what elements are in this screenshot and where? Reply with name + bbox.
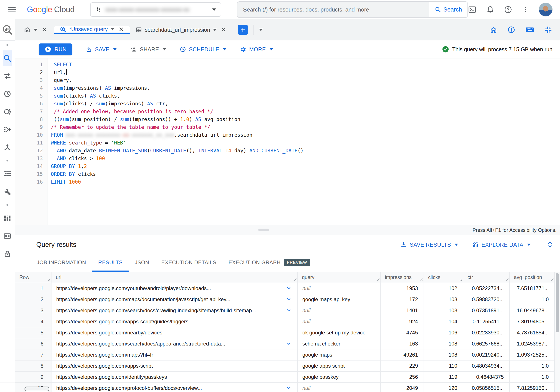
keyboard-shortcuts-icon[interactable] <box>525 25 534 34</box>
save-button[interactable]: SAVE <box>86 46 116 53</box>
code-line-7[interactable]: /* Added one below, because position is … <box>51 108 560 115</box>
expand-row-chevron-icon[interactable] <box>286 296 292 302</box>
sql-token: clicks <box>75 171 96 177</box>
save-results-button[interactable]: SAVE RESULTS <box>400 241 458 248</box>
results-tab-execution-graph[interactable]: EXECUTION GRAPHPREVIEW <box>222 254 316 271</box>
sidebar-item-bi-engine[interactable] <box>3 209 12 227</box>
cell-query: schema checker <box>298 338 380 349</box>
column-header-ctr[interactable]: ctr <box>463 272 510 283</box>
close-icon[interactable] <box>118 26 124 32</box>
cell-value: 104 <box>449 319 457 325</box>
column-header-clicks[interactable]: clicks <box>424 272 463 283</box>
results-tab-results[interactable]: RESULTS <box>92 254 129 271</box>
expand-row-chevron-icon[interactable] <box>286 341 292 347</box>
code-lines[interactable]: SELECT url, query, sum(impressions) AS i… <box>48 59 560 225</box>
cell-query: google passkey <box>298 372 380 382</box>
code-line-3[interactable]: query, <box>51 76 560 84</box>
google-logotype: Google <box>27 5 52 14</box>
more-button[interactable]: MORE <box>240 46 273 53</box>
sidebar-item-bigquery-studio-search[interactable] <box>3 50 12 66</box>
code-line-5[interactable]: sum(clicks) AS clicks, <box>51 92 560 100</box>
sql-editor[interactable]: 12345678910111213141516 SELECT url, quer… <box>15 59 560 225</box>
sidebar-item-analytics-hub[interactable] <box>3 103 12 121</box>
results-tab-job-information[interactable]: JOB INFORMATION <box>31 254 92 271</box>
more-vert-icon[interactable] <box>522 6 529 13</box>
blurred-project-id: xxx-xxxxx-xxxxxxxx <box>66 132 120 138</box>
bigquery-logo-icon[interactable] <box>0 19 15 41</box>
search-button[interactable]: Search <box>429 2 468 17</box>
share-button[interactable]: SHARE <box>130 46 166 53</box>
help-icon[interactable] <box>504 5 512 14</box>
code-line-11[interactable]: WHERE search_type = 'WEB' <box>51 139 560 147</box>
sidebar-item-capacity-management[interactable] <box>3 165 12 183</box>
code-line-1[interactable]: SELECT <box>51 61 560 69</box>
expand-row-chevron-icon[interactable] <box>286 285 292 291</box>
panel-drag-handle[interactable] <box>258 229 269 231</box>
new-tab-button[interactable] <box>238 25 248 35</box>
code-line-13[interactable]: AND clicks > 100 <box>51 154 560 162</box>
line-number: 16 <box>15 178 48 186</box>
sidebar-item-data-transfers[interactable] <box>3 67 12 85</box>
notifications-bell-icon[interactable] <box>486 5 494 14</box>
column-header-query[interactable]: query <box>298 272 380 283</box>
vertical-scrollbar[interactable] <box>555 272 560 392</box>
code-line-14[interactable]: GROUP BY 1,2 <box>51 162 560 170</box>
expand-row-chevron-icon[interactable] <box>286 385 292 391</box>
hamburger-menu-icon[interactable] <box>8 5 18 14</box>
column-header-url[interactable]: url <box>51 272 298 283</box>
tab-overflow-chevron[interactable] <box>259 29 263 31</box>
tab-searchdata-url-impression[interactable]: searchdata_url_impression <box>130 27 232 33</box>
cell-row: 8 <box>15 361 51 371</box>
code-line-10[interactable]: FROM xxx-xxxxx-xxxxxxxx-xx-xxxxxxx_xx_xx… <box>51 131 560 139</box>
explore-data-button[interactable]: EXPLORE DATA <box>472 241 530 248</box>
close-icon[interactable] <box>41 27 48 33</box>
google-cloud-logo[interactable]: Google Cloud <box>27 5 75 14</box>
chevron-down-icon[interactable] <box>213 29 217 31</box>
code-line-2[interactable]: url, <box>51 69 560 76</box>
chevron-down-icon[interactable] <box>34 29 38 31</box>
sidebar-item-connections[interactable] <box>3 227 12 245</box>
administration-icon <box>3 188 11 196</box>
collapse-icon[interactable] <box>544 26 552 34</box>
cell-avg_position: 1.02453987... <box>510 338 555 349</box>
sidebar-item-governance[interactable] <box>3 245 12 263</box>
sidebar-item-administration[interactable] <box>3 183 12 201</box>
search-field[interactable] <box>237 2 429 17</box>
schedule-button[interactable]: SCHEDULE <box>180 46 226 53</box>
sidebar-item-migration[interactable] <box>3 121 12 138</box>
info-icon[interactable] <box>507 26 515 34</box>
project-selector[interactable]: xxxx-xxxxx-xxxxxxxx-xxxxxxx-xx <box>90 2 221 17</box>
sidebar-item-dataform[interactable] <box>3 138 12 156</box>
tab-unsaved-query[interactable]: *Unsaved query <box>54 26 130 34</box>
sql-token: search_type <box>69 140 102 146</box>
code-line-16[interactable]: LIMIT 1000 <box>51 178 560 186</box>
results-tab-json[interactable]: JSON <box>129 254 155 271</box>
close-icon[interactable] <box>220 27 227 33</box>
column-header-row[interactable]: Row <box>15 272 51 283</box>
results-tab-label: EXECUTION GRAPH <box>229 260 281 266</box>
results-tab-execution-details[interactable]: EXECUTION DETAILS <box>155 254 222 271</box>
avatar[interactable] <box>539 3 553 17</box>
sidebar-item-scheduled-queries[interactable] <box>3 85 12 103</box>
code-line-9[interactable]: /* Remember to update the table name to … <box>51 123 560 131</box>
download-icon <box>400 241 407 248</box>
editor-home-icon[interactable] <box>490 26 498 34</box>
code-line-8[interactable]: ((sum(sum_position) / sum(impressions)) … <box>51 115 560 123</box>
horizontal-scrollbar-thumb[interactable] <box>25 387 49 391</box>
code-line-6[interactable]: sum(clicks) / sum(impressions) AS ctr, <box>51 100 560 108</box>
column-header-avg_position[interactable]: avg_position <box>510 272 555 283</box>
home-tab[interactable] <box>24 26 48 33</box>
run-button[interactable]: RUN <box>39 43 72 55</box>
vertical-scrollbar-thumb[interactable] <box>556 273 559 332</box>
search-input[interactable] <box>243 6 424 13</box>
cloud-shell-icon[interactable] <box>468 5 477 14</box>
column-header-impressions[interactable]: impressions <box>380 272 424 283</box>
sidebar-divider <box>0 382 15 382</box>
code-line-4[interactable]: sum(impressions) AS impressions, <box>51 84 560 92</box>
chevron-down-icon[interactable] <box>110 28 114 30</box>
expand-row-chevron-icon[interactable] <box>286 307 292 313</box>
code-line-12[interactable]: AND data_date BETWEEN DATE_SUB(CURRENT_D… <box>51 147 560 154</box>
expand-collapse-panel-icon[interactable] <box>547 241 553 249</box>
code-line-15[interactable]: ORDER BY clicks <box>51 170 560 178</box>
sql-token <box>120 148 123 153</box>
